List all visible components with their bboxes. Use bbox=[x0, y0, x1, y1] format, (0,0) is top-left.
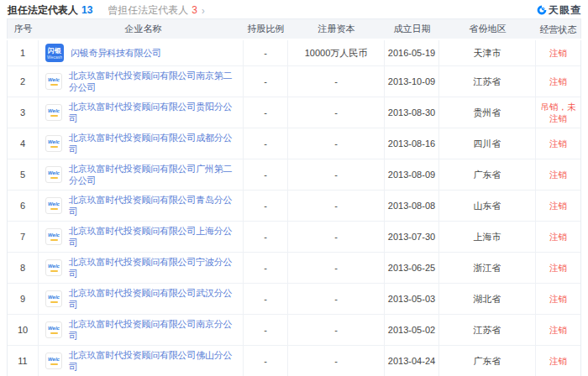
cell-region: 湖北省 bbox=[439, 284, 536, 314]
col-header-index: 序号 bbox=[8, 19, 39, 39]
table-row: 5 Welc 北京玖富时代投资顾问有限公司广州第二分公司 - - 2013-08… bbox=[8, 159, 580, 190]
logo-text: Welc bbox=[48, 201, 60, 207]
cell-capital: - bbox=[288, 97, 385, 128]
cell-region: 贵州省 bbox=[439, 97, 536, 128]
col-header-capital: 注册资本 bbox=[288, 19, 385, 39]
logo-text: Welc bbox=[48, 295, 60, 300]
cell-ratio: - bbox=[244, 159, 288, 190]
cell-date: 2013-06-25 bbox=[385, 253, 439, 283]
cell-ratio: - bbox=[244, 222, 288, 252]
company-link[interactable]: 北京玖富时代投资顾问有限公司青岛分公司 bbox=[69, 194, 240, 217]
cell-ratio: - bbox=[244, 40, 288, 65]
cell-index: 6 bbox=[8, 191, 39, 221]
brand-name: 天眼查 bbox=[549, 3, 581, 18]
welc-logo: Welc bbox=[45, 104, 62, 121]
table-row: 7 Welc 北京玖富时代投资顾问有限公司上海分公司 - - 2013-07-3… bbox=[8, 221, 580, 252]
cell-status: 吊销，未注销 bbox=[536, 97, 580, 128]
cell-status: 注销 bbox=[536, 253, 580, 283]
cell-region: 江苏省 bbox=[439, 315, 536, 345]
logo-text: Welc bbox=[48, 139, 60, 145]
cell-ratio: - bbox=[244, 346, 288, 376]
welc-logo: Welc bbox=[45, 135, 62, 152]
cell-index: 8 bbox=[8, 253, 39, 283]
cell-region: 四川省 bbox=[439, 128, 536, 159]
logo-text: Welc bbox=[48, 170, 60, 176]
cell-index: 7 bbox=[8, 222, 39, 252]
company-link[interactable]: 北京玖富时代投资顾问有限公司贵阳分公司 bbox=[69, 101, 240, 124]
cell-capital: - bbox=[288, 253, 385, 283]
wecash-logo: 闪银Wecash bbox=[45, 44, 64, 62]
cell-status: 注销 bbox=[536, 315, 580, 345]
cell-company: Welc 北京玖富时代投资顾问有限公司青岛分公司 bbox=[39, 191, 244, 221]
company-link[interactable]: 北京玖富时代投资顾问有限公司南京第二分公司 bbox=[69, 70, 240, 93]
cell-date: 2013-08-16 bbox=[385, 128, 439, 159]
cell-index: 2 bbox=[8, 66, 39, 97]
tianyancha-watermark: 天眼查 bbox=[537, 3, 581, 18]
cell-capital: - bbox=[288, 128, 385, 159]
welc-logo: Welc bbox=[45, 259, 62, 276]
logo-text: Welc bbox=[48, 264, 60, 269]
cell-date: 2013-08-08 bbox=[385, 191, 439, 221]
company-link[interactable]: 北京玖富时代投资顾问有限公司广州第二分公司 bbox=[69, 163, 240, 186]
cell-status: 注销 bbox=[536, 66, 580, 97]
welc-logo: Welc bbox=[45, 73, 62, 90]
cell-index: 9 bbox=[8, 284, 39, 314]
cell-date: 2013-10-09 bbox=[385, 66, 439, 97]
company-link[interactable]: 北京玖富时代投资顾问有限公司上海分公司 bbox=[69, 225, 240, 248]
cell-region: 广东省 bbox=[439, 159, 536, 190]
table-row: 1 闪银Wecash 闪银奇异科技有限公司 - 10000万人民币 2016-0… bbox=[8, 40, 580, 65]
table-row: 11 Welc 北京玖富时代投资顾问有限公司佛山分公司 - - 2013-04-… bbox=[8, 345, 580, 376]
section-header: 担任法定代表人 13 曾担任法定代表人 3 › 天眼查 bbox=[0, 0, 588, 18]
logo-text: 闪银 bbox=[48, 47, 61, 55]
cell-company: Welc 北京玖富时代投资顾问有限公司佛山分公司 bbox=[39, 346, 244, 376]
table-header-row: 序号 企业名称 持股比例 注册资本 成立日期 省份地区 经营状态 bbox=[7, 18, 581, 39]
company-link[interactable]: 北京玖富时代投资顾问有限公司成都分公司 bbox=[69, 132, 240, 155]
company-link[interactable]: 闪银奇异科技有限公司 bbox=[71, 47, 161, 59]
cell-company: Welc 北京玖富时代投资顾问有限公司上海分公司 bbox=[39, 222, 244, 252]
logo-text: Welc bbox=[48, 77, 60, 83]
cell-date: 2013-08-30 bbox=[385, 97, 439, 128]
company-link[interactable]: 北京玖富时代投资顾问有限公司佛山分公司 bbox=[69, 349, 240, 373]
logo-text: Wecash bbox=[47, 55, 62, 60]
cell-capital: 10000万人民币 bbox=[288, 40, 385, 65]
cell-date: 2013-05-02 bbox=[385, 315, 439, 345]
cell-status: 注销 bbox=[536, 346, 580, 376]
col-header-status: 经营状态 bbox=[536, 19, 580, 39]
company-link[interactable]: 北京玖富时代投资顾问有限公司南京分公司 bbox=[69, 318, 240, 342]
cell-index: 10 bbox=[8, 315, 39, 345]
cell-ratio: - bbox=[244, 284, 288, 314]
cell-index: 11 bbox=[8, 346, 39, 376]
tianyancha-eye-icon bbox=[537, 5, 547, 15]
cell-status: 注销 bbox=[536, 191, 580, 221]
cell-capital: - bbox=[288, 159, 385, 190]
logo-text: Welc bbox=[48, 108, 60, 114]
former-legal-rep-link[interactable]: 曾担任法定代表人 3 › bbox=[108, 3, 204, 18]
company-link[interactable]: 北京玖富时代投资顾问有限公司武汉分公司 bbox=[69, 287, 240, 311]
former-legal-rep-count: 3 bbox=[192, 4, 197, 16]
current-legal-rep-count: 13 bbox=[81, 4, 92, 16]
table-body: 1 闪银Wecash 闪银奇异科技有限公司 - 10000万人民币 2016-0… bbox=[7, 40, 581, 376]
cell-ratio: - bbox=[244, 97, 288, 128]
col-header-ratio: 持股比例 bbox=[244, 19, 288, 39]
cell-company: Welc 北京玖富时代投资顾问有限公司贵阳分公司 bbox=[39, 97, 244, 128]
tabs-group: 担任法定代表人 13 曾担任法定代表人 3 › bbox=[8, 3, 205, 18]
table-row: 10 Welc 北京玖富时代投资顾问有限公司南京分公司 - - 2013-05-… bbox=[8, 314, 580, 345]
logo-text: Welc bbox=[48, 232, 60, 238]
cell-date: 2013-04-24 bbox=[385, 346, 439, 376]
cell-ratio: - bbox=[244, 315, 288, 345]
cell-date: 2013-07-30 bbox=[385, 222, 439, 252]
table-row: 3 Welc 北京玖富时代投资顾问有限公司贵阳分公司 - - 2013-08-3… bbox=[8, 97, 580, 128]
cell-index: 5 bbox=[8, 159, 39, 190]
welc-logo: Welc bbox=[45, 228, 62, 245]
company-link[interactable]: 北京玖富时代投资顾问有限公司宁波分公司 bbox=[69, 256, 240, 279]
col-header-region: 省份地区 bbox=[439, 19, 536, 39]
cell-capital: - bbox=[288, 66, 385, 97]
cell-status: 注销 bbox=[536, 284, 580, 314]
cell-region: 江苏省 bbox=[439, 66, 536, 97]
cell-region: 山东省 bbox=[439, 191, 536, 221]
cell-date: 2013-05-03 bbox=[385, 284, 439, 314]
cell-status: 注销 bbox=[536, 159, 580, 190]
table-row: 6 Welc 北京玖富时代投资顾问有限公司青岛分公司 - - 2013-08-0… bbox=[8, 190, 580, 221]
cell-ratio: - bbox=[244, 128, 288, 159]
cell-index: 4 bbox=[8, 128, 39, 159]
